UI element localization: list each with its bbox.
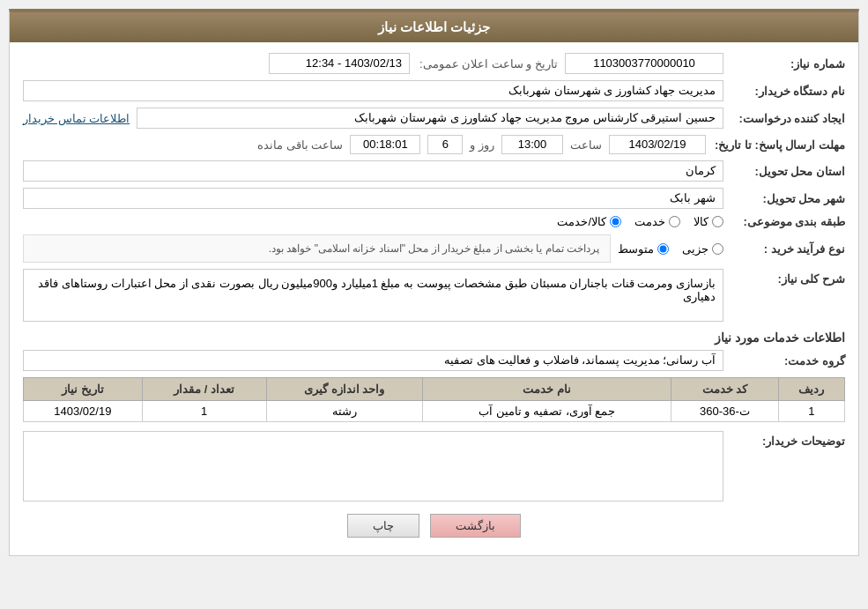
category-kala-label: کالا — [694, 215, 708, 228]
city-value: شهر بابک — [23, 188, 723, 209]
group-row: گروه خدمت: آب رسانی؛ مدیریت پسماند، فاضل… — [23, 350, 845, 371]
need-number-value: 1103003770000010 — [565, 53, 723, 74]
deadline-remaining: 00:18:01 — [350, 135, 420, 154]
page-title: جزئیات اطلاعات نیاز — [378, 19, 490, 34]
purchase-label: نوع فرآیند خرید : — [731, 242, 845, 256]
description-label: شرح کلی نیاز: — [731, 272, 845, 286]
services-section-title: اطلاعات خدمات مورد نیاز — [23, 330, 845, 345]
purchase-motavasset-radio[interactable] — [657, 243, 669, 255]
purchase-jozii-radio[interactable] — [712, 243, 723, 255]
province-value: کرمان — [23, 160, 723, 182]
card-header: جزئیات اطلاعات نیاز — [10, 12, 858, 42]
cell-row: 1 — [778, 401, 844, 422]
back-button[interactable]: بازگشت — [430, 514, 521, 538]
buyer-org-label: نام دستگاه خریدار: — [731, 85, 845, 98]
col-code: کد خدمت — [671, 378, 778, 401]
province-row: استان محل تحویل: کرمان — [23, 160, 845, 182]
category-kala-radio[interactable] — [712, 216, 723, 227]
province-label: استان محل تحویل: — [731, 165, 845, 178]
col-date: تاریخ نیاز — [24, 378, 143, 401]
cell-count: 1 — [142, 401, 266, 422]
buyer-org-value: مدیریت جهاد کشاورز ی شهرستان شهربابک — [23, 80, 723, 101]
deadline-time-label: ساعت — [570, 138, 602, 152]
col-unit: واحد اندازه گیری — [266, 378, 423, 401]
cell-unit: رشته — [266, 401, 423, 422]
description-row: شرح کلی نیاز: بازسازی ومرمت قنات باجنارا… — [23, 269, 845, 322]
requester-label: ایجاد کننده درخواست: — [731, 112, 845, 125]
deadline-time: 13:00 — [501, 135, 563, 154]
print-button[interactable]: چاپ — [347, 514, 419, 538]
deadline-remaining-label: ساعت باقی مانده — [257, 138, 343, 152]
purchase-radio-group: جزیی متوسط — [618, 242, 723, 256]
group-label: گروه خدمت: — [731, 354, 845, 368]
deadline-days: 6 — [427, 135, 463, 154]
purchase-notice: پرداخت تمام یا بخشی از مبلغ خریدار از مح… — [23, 234, 611, 263]
requester-row: ایجاد کننده درخواست: حسین استیرقی کارشنا… — [23, 108, 845, 129]
deadline-date: 1403/02/19 — [609, 135, 706, 154]
category-khadamat-option[interactable]: خدمت — [634, 215, 680, 228]
purchase-motavasset-label: متوسط — [618, 242, 654, 256]
deadline-days-label: روز و — [470, 138, 494, 152]
category-khadamat-radio[interactable] — [669, 216, 680, 227]
service-table: ردیف کد خدمت نام خدمت واحد اندازه گیری ت… — [23, 377, 845, 422]
category-label: طبقه بندی موضوعی: — [731, 215, 845, 228]
category-radio-group: کالا خدمت کالا/خدمت — [557, 215, 723, 228]
announce-label: تاریخ و ساعت اعلان عمومی: — [417, 57, 558, 71]
city-label: شهر محل تحویل: — [731, 192, 845, 205]
page-wrapper: جزئیات اطلاعات نیاز شماره نیاز: 11030037… — [0, 0, 868, 609]
announce-value: 1403/02/13 - 12:34 — [269, 53, 410, 74]
purchase-motavasset-option[interactable]: متوسط — [618, 242, 669, 256]
need-number-label: شماره نیاز: — [731, 57, 845, 71]
purchase-row: نوع فرآیند خرید : جزیی متوسط پرداخت تمام… — [23, 234, 845, 263]
need-number-row: شماره نیاز: 1103003770000010 تاریخ و ساع… — [23, 53, 845, 74]
buyer-org-row: نام دستگاه خریدار: مدیریت جهاد کشاورز ی … — [23, 80, 845, 101]
requester-value: حسین استیرقی کارشناس مروج مدیریت جهاد کش… — [137, 108, 723, 129]
deadline-label: مهلت ارسال پاسخ: تا تاریخ: — [713, 138, 845, 152]
category-khadamat-label: خدمت — [634, 215, 665, 228]
category-kala-option[interactable]: کالا — [694, 215, 723, 228]
col-row: ردیف — [778, 378, 844, 401]
purchase-jozii-option[interactable]: جزیی — [682, 242, 723, 256]
cell-name: جمع آوری، تصفیه و تامین آب — [423, 401, 671, 422]
buyer-notes-row: توضیحات خریدار: — [23, 431, 845, 501]
col-count: تعداد / مقدار — [142, 378, 266, 401]
contact-link[interactable]: اطلاعات تماس خریدار — [23, 112, 130, 125]
deadline-row: مهلت ارسال پاسخ: تا تاریخ: 1403/02/19 سا… — [23, 135, 845, 154]
button-row: بازگشت چاپ — [23, 514, 845, 538]
city-row: شهر محل تحویل: شهر بابک — [23, 188, 845, 209]
description-value: بازسازی ومرمت قنات باجناران مسبئان طبق م… — [23, 269, 723, 322]
main-card: جزئیات اطلاعات نیاز شماره نیاز: 11030037… — [9, 9, 859, 556]
card-body: شماره نیاز: 1103003770000010 تاریخ و ساع… — [10, 42, 858, 555]
purchase-jozii-label: جزیی — [682, 242, 708, 256]
group-value: آب رسانی؛ مدیریت پسماند، فاضلاب و فعالیت… — [23, 350, 723, 371]
col-name: نام خدمت — [423, 378, 671, 401]
table-row: 1ت-36-360جمع آوری، تصفیه و تامین آبرشته1… — [24, 401, 845, 422]
category-kala-khadamat-option[interactable]: کالا/خدمت — [557, 215, 621, 228]
buyer-notes-textarea[interactable] — [23, 431, 723, 501]
cell-date: 1403/02/19 — [24, 401, 143, 422]
category-kala-khadamat-radio[interactable] — [610, 216, 621, 227]
buyer-notes-label: توضیحات خریدار: — [731, 434, 845, 448]
cell-code: ت-36-360 — [671, 401, 778, 422]
category-row: طبقه بندی موضوعی: کالا خدمت کالا/خدمت — [23, 215, 845, 228]
category-kala-khadamat-label: کالا/خدمت — [557, 215, 606, 228]
